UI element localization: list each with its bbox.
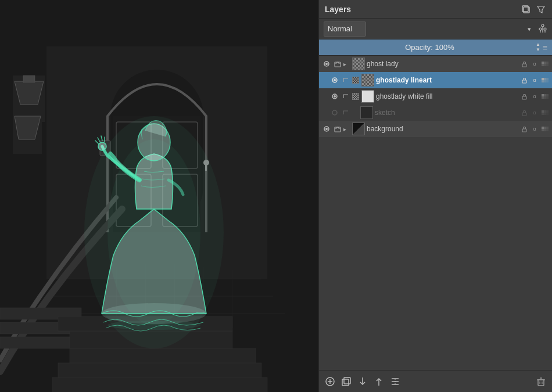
merge-layers-button[interactable] bbox=[389, 375, 402, 388]
svg-point-81 bbox=[325, 128, 328, 130]
blend-mode-wrapper: Normal Multiply Screen Overlay Darken Li… bbox=[324, 21, 535, 37]
layer-row-ghost-lady-group[interactable]: ▸ ghost lady α bbox=[319, 56, 552, 72]
expand-icon[interactable] bbox=[521, 4, 531, 15]
opacity-arrows: ▲ ▼ bbox=[536, 42, 540, 52]
opacity-label: Opacity: 100% bbox=[324, 43, 536, 52]
svg-rect-70 bbox=[544, 96, 546, 99]
svg-rect-84 bbox=[542, 127, 544, 129]
layer-name-sketch: sketch bbox=[375, 109, 518, 117]
svg-rect-20 bbox=[23, 75, 35, 82]
layer-row-ghostlady-lineart[interactable]: ghostlady lineart α bbox=[319, 72, 552, 88]
svg-rect-89 bbox=[546, 129, 549, 131]
lock-icon-lineart[interactable] bbox=[519, 75, 529, 85]
panel-header-icons bbox=[521, 4, 546, 15]
svg-rect-85 bbox=[544, 127, 546, 129]
svg-rect-69 bbox=[542, 96, 544, 99]
svg-rect-94 bbox=[344, 377, 350, 384]
svg-rect-53 bbox=[546, 64, 549, 66]
dots-icon-white-fill[interactable] bbox=[540, 92, 550, 101]
layer-thumb-lineart bbox=[361, 74, 374, 87]
layer-list: ▸ ghost lady α bbox=[319, 56, 552, 370]
svg-rect-57 bbox=[542, 78, 544, 80]
svg-rect-47 bbox=[522, 64, 526, 67]
svg-rect-77 bbox=[542, 113, 544, 115]
layer-visibility-lineart[interactable] bbox=[329, 75, 340, 85]
opacity-down-arrow[interactable]: ▼ bbox=[536, 48, 540, 52]
alpha-icon-sketch[interactable]: α bbox=[530, 108, 539, 117]
dots-icon-lineart[interactable] bbox=[540, 75, 550, 85]
move-layer-down-button[interactable] bbox=[356, 375, 369, 388]
opacity-up-arrow[interactable]: ▲ bbox=[536, 42, 540, 47]
svg-point-38 bbox=[542, 24, 544, 27]
svg-rect-48 bbox=[542, 62, 544, 64]
layer-actions-lineart: α bbox=[519, 75, 550, 85]
layer-type-group-bg-icon bbox=[334, 125, 342, 133]
svg-rect-75 bbox=[544, 110, 546, 113]
svg-rect-88 bbox=[544, 129, 546, 131]
layer-type-paint-lineart bbox=[352, 76, 360, 84]
panel-title: Layers bbox=[325, 5, 351, 14]
svg-rect-71 bbox=[546, 96, 549, 99]
svg-point-39 bbox=[539, 28, 542, 30]
alpha-icon-background[interactable]: α bbox=[530, 124, 539, 134]
opacity-menu-icon[interactable]: ≡ bbox=[543, 43, 547, 52]
layer-visibility-background[interactable] bbox=[321, 124, 332, 134]
blend-mode-select[interactable]: Normal Multiply Screen Overlay Darken Li… bbox=[324, 21, 366, 37]
layer-visibility-ghost-lady[interactable] bbox=[321, 59, 332, 69]
move-layer-up-button[interactable] bbox=[372, 375, 385, 388]
svg-rect-87 bbox=[542, 129, 544, 131]
svg-rect-58 bbox=[544, 78, 546, 80]
duplicate-layer-button[interactable] bbox=[340, 375, 353, 388]
layer-actions-white-fill: α bbox=[519, 92, 550, 101]
dots-icon-background[interactable] bbox=[540, 124, 550, 134]
layer-thumb-ghost-lady bbox=[352, 57, 365, 70]
svg-rect-50 bbox=[546, 62, 549, 64]
lock-icon-sketch[interactable] bbox=[519, 108, 529, 117]
svg-rect-82 bbox=[335, 127, 340, 132]
layer-visibility-white-fill[interactable] bbox=[329, 91, 340, 102]
svg-rect-79 bbox=[546, 113, 549, 115]
add-layer-button[interactable] bbox=[324, 375, 336, 388]
layer-row-ghostlady-white-fill[interactable]: ghostlady white fill α bbox=[319, 88, 552, 105]
layer-name-white-fill: ghostlady white fill bbox=[376, 92, 518, 100]
filter-icon[interactable] bbox=[536, 4, 546, 15]
lock-icon-ghost-lady[interactable] bbox=[519, 59, 529, 69]
layer-name-lineart: ghostlady lineart bbox=[376, 76, 518, 84]
footer-left bbox=[324, 375, 402, 388]
layer-visibility-sketch[interactable] bbox=[329, 107, 340, 118]
svg-point-32 bbox=[98, 142, 106, 150]
svg-rect-52 bbox=[544, 64, 546, 66]
alpha-icon-white-fill[interactable]: α bbox=[530, 92, 539, 101]
group-arrow-ghost-lady[interactable]: ▸ bbox=[343, 61, 350, 67]
group-arrow-background[interactable]: ▸ bbox=[343, 126, 350, 132]
clip-icon-white-fill bbox=[342, 92, 350, 100]
dots-icon-ghost-lady[interactable] bbox=[540, 59, 550, 69]
lock-icon-white-fill[interactable] bbox=[519, 92, 529, 101]
clip-icon-sketch bbox=[342, 109, 350, 117]
layer-row-sketch[interactable]: sketch α bbox=[319, 105, 552, 121]
svg-rect-78 bbox=[544, 113, 546, 115]
svg-point-35 bbox=[107, 321, 200, 330]
svg-rect-60 bbox=[542, 80, 544, 82]
alpha-icon-lineart[interactable]: α bbox=[530, 75, 539, 85]
svg-rect-76 bbox=[546, 110, 549, 113]
alpha-icon-ghost-lady[interactable]: α bbox=[530, 59, 539, 69]
svg-rect-65 bbox=[522, 96, 526, 99]
svg-rect-56 bbox=[522, 80, 526, 83]
layers-panel: Layers Normal Multiply Screen bbox=[318, 0, 552, 392]
dots-icon-sketch[interactable] bbox=[540, 108, 550, 117]
opacity-row[interactable]: Opacity: 100% ▲ ▼ ≡ bbox=[319, 39, 552, 56]
canvas-area bbox=[0, 0, 318, 392]
layer-actions-sketch: α bbox=[519, 108, 550, 117]
layer-filter-icon[interactable] bbox=[538, 23, 547, 34]
svg-rect-101 bbox=[538, 380, 544, 386]
svg-rect-74 bbox=[542, 110, 544, 113]
svg-rect-68 bbox=[546, 94, 549, 96]
svg-rect-59 bbox=[546, 78, 549, 80]
panel-footer bbox=[319, 370, 552, 392]
layer-row-background[interactable]: ▸ background α bbox=[319, 121, 552, 137]
delete-layer-button[interactable] bbox=[535, 375, 547, 388]
svg-rect-66 bbox=[542, 94, 544, 96]
lock-icon-background[interactable] bbox=[519, 124, 529, 134]
svg-point-40 bbox=[544, 28, 546, 30]
